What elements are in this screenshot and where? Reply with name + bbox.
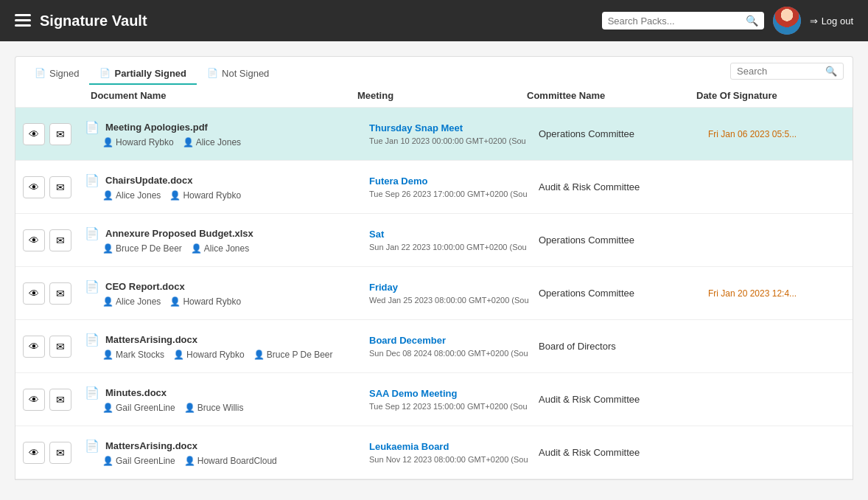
date-signature-cell <box>705 181 853 193</box>
row-actions: 👁 ✉ <box>15 229 82 251</box>
doc-name: ChairsUpdate.docx <box>105 175 192 186</box>
tab-partially-signed[interactable]: 📄 Partially Signed <box>89 63 197 85</box>
doc-user: 👤 Howard Rybko <box>169 296 241 307</box>
view-button[interactable]: 👁 <box>23 442 45 464</box>
row-actions: 👁 ✉ <box>15 282 82 305</box>
email-button[interactable]: ✉ <box>49 336 71 358</box>
doc-cell: 📄 Annexure Proposed Budget.xlsx 👤 Bruce … <box>82 221 366 260</box>
doc-users: 👤 Howard Rybko 👤 Alice Jones <box>85 137 363 147</box>
doc-user: 👤 Mark Stocks <box>102 350 164 360</box>
doc-file-icon: 📄 <box>85 386 99 400</box>
not-signed-tab-icon: 📄 <box>207 68 218 78</box>
avatar-image <box>773 7 801 35</box>
committee-cell: Operations Committee <box>536 122 705 145</box>
doc-user: 👤 Bruce P De Beer <box>102 243 182 254</box>
app-title: Signature Vault <box>40 13 147 29</box>
doc-user: 👤 Alice Jones <box>102 296 161 307</box>
meeting-name[interactable]: Board December <box>369 335 533 346</box>
meeting-name[interactable]: SAA Demo Meeting <box>369 388 533 399</box>
meeting-date: Sun Nov 12 2023 08:00:00 GMT+0200 (Sou <box>369 455 533 464</box>
tab-not-signed[interactable]: 📄 Not Signed <box>197 63 279 85</box>
doc-cell: 📄 ChairsUpdate.docx 👤 Alice Jones 👤 Howa… <box>82 167 366 206</box>
meeting-date: Tue Sep 26 2023 17:00:00 GMT+0200 (Sou <box>369 190 533 198</box>
email-button[interactable]: ✉ <box>49 389 71 411</box>
email-button[interactable]: ✉ <box>49 123 71 145</box>
meeting-name[interactable]: Sat <box>369 229 533 240</box>
hamburger-icon[interactable] <box>15 14 31 27</box>
logout-arrow-icon: ⇒ <box>810 15 818 27</box>
row-actions: 👁 ✉ <box>15 442 82 464</box>
header-left: Signature Vault <box>15 13 147 29</box>
table-row: 👁 ✉ 📄 MattersArising.docx 👤 Mark Stocks … <box>15 320 853 373</box>
table-search-input[interactable] <box>737 66 825 77</box>
search-packs-icon: 🔍 <box>746 15 758 27</box>
meeting-name[interactable]: Leukaemia Board <box>369 441 533 452</box>
tab-partially-signed-label: Partially Signed <box>114 68 186 79</box>
table-row: 👁 ✉ 📄 Minutes.docx 👤 Gail GreenLine 👤 Br… <box>15 373 853 426</box>
table-row: 👁 ✉ 📄 Meeting Apologies.pdf 👤 Howard Ryb… <box>15 108 853 161</box>
doc-name: CEO Report.docx <box>105 281 185 292</box>
view-button[interactable]: 👁 <box>23 123 45 145</box>
email-button[interactable]: ✉ <box>49 176 71 198</box>
meeting-cell: Futera Demo Tue Sep 26 2023 17:00:00 GMT… <box>366 170 536 204</box>
table-row: 👁 ✉ 📄 ChairsUpdate.docx 👤 Alice Jones 👤 … <box>15 161 853 214</box>
committee-cell: Operations Committee <box>536 229 705 251</box>
table-row: 👁 ✉ 📄 Annexure Proposed Budget.xlsx 👤 Br… <box>15 214 853 267</box>
doc-name: Minutes.docx <box>105 387 167 398</box>
tab-signed[interactable]: 📄 Signed <box>24 63 89 85</box>
row-actions: 👁 ✉ <box>15 123 82 145</box>
user-icon: 👤 <box>253 350 265 360</box>
doc-name: Meeting Apologies.pdf <box>105 122 208 133</box>
meeting-date: Sun Jan 22 2023 10:00:00 GMT+0200 (Sou <box>369 243 533 251</box>
doc-users: 👤 Gail GreenLine 👤 Howard BoardCloud <box>85 456 363 466</box>
doc-file-icon: 📄 <box>85 173 99 187</box>
meeting-name[interactable]: Thursday Snap Meet <box>369 122 533 133</box>
tabs: 📄 Signed 📄 Partially Signed 📄 Not Signed <box>24 63 279 84</box>
email-button[interactable]: ✉ <box>49 229 71 251</box>
doc-users: 👤 Alice Jones 👤 Howard Rybko <box>85 190 363 201</box>
view-button[interactable]: 👁 <box>23 389 45 411</box>
view-button[interactable]: 👁 <box>23 176 45 198</box>
doc-cell: 📄 MattersArising.docx 👤 Gail GreenLine 👤… <box>82 433 366 472</box>
user-icon: 👤 <box>184 403 195 413</box>
tab-not-signed-label: Not Signed <box>222 68 269 79</box>
avatar[interactable] <box>773 7 801 35</box>
logout-button[interactable]: ⇒ Log out <box>810 15 853 27</box>
doc-user: 👤 Gail GreenLine <box>102 403 175 413</box>
doc-cell: 📄 Meeting Apologies.pdf 👤 Howard Rybko 👤… <box>82 114 366 153</box>
view-button[interactable]: 👁 <box>23 336 45 358</box>
doc-user: 👤 Alice Jones <box>191 243 249 254</box>
search-packs-input[interactable] <box>608 15 746 27</box>
date-signature-cell: Fri Jan 20 2023 12:4... <box>705 282 853 305</box>
email-button[interactable]: ✉ <box>49 442 71 464</box>
email-button[interactable]: ✉ <box>49 282 71 305</box>
user-icon: 👤 <box>169 296 181 307</box>
user-icon: 👤 <box>102 350 113 360</box>
meeting-name[interactable]: Friday <box>369 282 533 293</box>
row-actions: 👁 ✉ <box>15 176 82 198</box>
doc-file-icon: 📄 <box>85 333 99 347</box>
col-committee: Committee Name <box>527 90 696 101</box>
doc-user: 👤 Bruce Willis <box>184 403 244 413</box>
col-meeting: Meeting <box>357 90 527 101</box>
view-button[interactable]: 👁 <box>23 282 45 305</box>
doc-user: 👤 Howard Rybko <box>102 137 174 147</box>
user-icon: 👤 <box>102 190 113 201</box>
doc-user: 👤 Bruce P De Beer <box>253 350 333 360</box>
table-search-icon: 🔍 <box>825 66 837 77</box>
user-icon: 👤 <box>102 456 113 466</box>
user-icon: 👤 <box>184 456 195 466</box>
meeting-cell: SAA Demo Meeting Tue Sep 12 2023 15:00:0… <box>366 382 536 417</box>
date-signature-cell <box>705 341 853 353</box>
row-actions: 👁 ✉ <box>15 336 82 358</box>
meeting-name[interactable]: Futera Demo <box>369 176 533 187</box>
meeting-cell: Leukaemia Board Sun Nov 12 2023 08:00:00… <box>366 435 536 470</box>
documents-table: Document Name Meeting Committee Name Dat… <box>15 84 853 480</box>
user-icon: 👤 <box>102 137 113 147</box>
col-actions <box>24 90 91 101</box>
doc-user: 👤 Gail GreenLine <box>102 456 175 466</box>
doc-name: MattersArising.docx <box>105 334 197 345</box>
view-button[interactable]: 👁 <box>23 229 45 251</box>
user-icon: 👤 <box>173 350 184 360</box>
doc-users: 👤 Bruce P De Beer 👤 Alice Jones <box>85 243 363 254</box>
